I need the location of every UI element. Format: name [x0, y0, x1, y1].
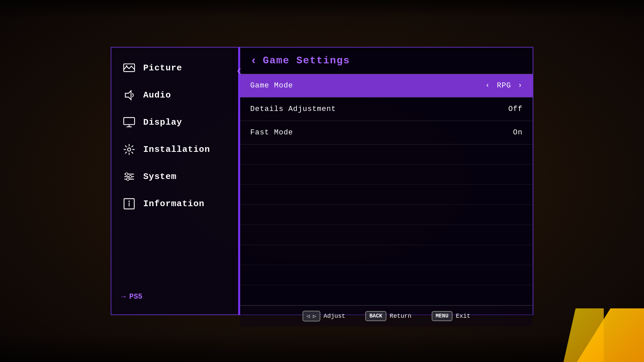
sidebar-item-audio[interactable]: Audio [111, 81, 238, 109]
svg-point-6 [127, 148, 131, 151]
ps5-badge: → PS5 [111, 286, 238, 308]
page-title-text: Game Settings [263, 55, 350, 66]
adjust-icon[interactable]: ◁ ▷ [303, 311, 320, 321]
game-mode-arrow-left[interactable]: ‹ [485, 81, 490, 90]
exit-label: Exit [456, 313, 470, 319]
empty-row-1 [240, 144, 533, 165]
sidebar-item-display[interactable]: Display [111, 109, 238, 136]
sidebar-item-audio-label: Audio [143, 90, 171, 100]
page-title: ‹ Game Settings [240, 48, 533, 74]
sidebar: Picture Audio Display [111, 47, 238, 315]
sidebar-item-system-label: System [143, 172, 177, 182]
svg-rect-3 [123, 117, 134, 124]
setting-row-game-mode[interactable]: Game Mode ‹ RPG › [240, 74, 533, 98]
details-adjustment-label: Details Adjustment [250, 105, 336, 113]
empty-row-6 [240, 245, 533, 265]
nav-arrow-icon: ‹ [235, 64, 243, 79]
back-arrow-icon: ‹ [250, 54, 258, 67]
setting-row-details-adjustment[interactable]: Details Adjustment Off [240, 98, 533, 121]
sidebar-item-system[interactable]: System [111, 163, 238, 190]
adjust-control: ◁ ▷ Adjust [303, 311, 345, 321]
svg-marker-2 [125, 90, 131, 100]
display-icon [121, 115, 137, 130]
back-btn[interactable]: BACK [365, 311, 386, 321]
sidebar-item-display-label: Display [143, 117, 182, 127]
menu-container: Picture Audio Display [111, 47, 533, 315]
back-control: BACK Return [365, 311, 411, 321]
adjust-label: Adjust [324, 313, 345, 319]
empty-row-3 [240, 185, 533, 205]
system-icon [121, 169, 137, 184]
sidebar-item-picture-label: Picture [143, 63, 182, 73]
game-mode-value-group: ‹ RPG › [485, 81, 523, 90]
sidebar-item-installation-label: Installation [143, 144, 210, 155]
empty-row-2 [240, 165, 533, 185]
svg-point-12 [126, 178, 129, 180]
empty-row-5 [240, 225, 533, 245]
installation-icon [121, 142, 137, 157]
sidebar-divider: ‹ [238, 47, 240, 315]
setting-row-fast-mode[interactable]: Fast Mode On [240, 121, 533, 144]
empty-row-4 [240, 205, 533, 225]
information-icon [121, 196, 137, 211]
exit-control: MENU Exit [432, 311, 471, 321]
fast-mode-value: On [513, 128, 523, 137]
main-content: ‹ Game Settings Game Mode ‹ RPG › Detail… [240, 47, 533, 315]
ps5-arrow: → [121, 293, 126, 301]
game-mode-label: Game Mode [250, 81, 293, 90]
fast-mode-value-group: On [513, 128, 523, 137]
svg-point-15 [128, 200, 130, 202]
sidebar-item-picture[interactable]: Picture [111, 54, 238, 81]
audio-icon [121, 87, 137, 103]
game-mode-arrow-right[interactable]: › [518, 81, 523, 90]
settings-list: Game Mode ‹ RPG › Details Adjustment Off… [240, 74, 533, 305]
empty-row-7 [240, 265, 533, 285]
sidebar-item-information-label: Information [143, 199, 205, 209]
svg-point-1 [126, 65, 127, 67]
ps5-label: PS5 [129, 293, 143, 301]
sidebar-item-installation[interactable]: Installation [111, 136, 238, 163]
picture-icon [121, 60, 137, 75]
bottom-bar: ◁ ▷ Adjust BACK Return MENU Exit [240, 305, 533, 326]
empty-row-8 [240, 285, 533, 305]
svg-point-10 [125, 173, 128, 175]
details-adjustment-value-group: Off [508, 105, 523, 113]
exit-btn[interactable]: MENU [432, 311, 452, 321]
svg-point-11 [129, 175, 132, 178]
game-mode-value: RPG [497, 81, 511, 90]
back-label: Return [390, 313, 412, 319]
details-adjustment-value: Off [508, 105, 523, 113]
fast-mode-label: Fast Mode [250, 128, 293, 137]
sidebar-item-information[interactable]: Information [111, 190, 238, 217]
